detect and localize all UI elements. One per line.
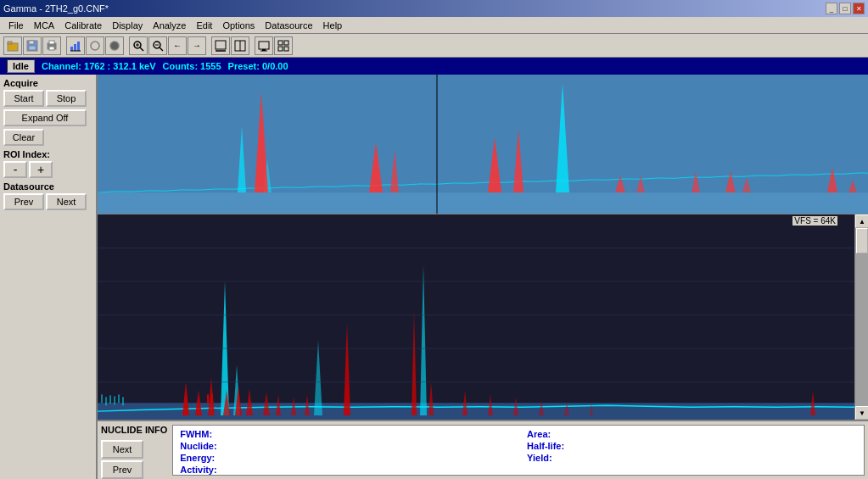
nuclide-info-label: NUCLIDE INFO xyxy=(101,425,167,435)
fwhm-label: FWHM: xyxy=(180,429,227,439)
activity-label: Activity: xyxy=(180,465,227,475)
datasource-label: Datasource xyxy=(3,181,92,192)
svg-rect-10 xyxy=(77,42,80,51)
area-label: Area: xyxy=(527,429,574,439)
toolbar-zoom-in[interactable] xyxy=(129,36,148,55)
svg-rect-21 xyxy=(216,41,226,49)
chart-area: VFS = 64K xyxy=(98,75,868,479)
nuclide-activity: Activity: xyxy=(180,465,510,475)
menu-bar: File MCA Calibrate Display Analyze Edit … xyxy=(0,17,868,34)
acquire-label: Acquire xyxy=(3,78,92,88)
svg-rect-29 xyxy=(284,41,288,45)
svg-point-12 xyxy=(91,42,99,50)
menu-calibrate[interactable]: Calibrate xyxy=(59,19,107,31)
svg-point-13 xyxy=(110,42,119,50)
nuclide-next-button[interactable]: Next xyxy=(101,440,143,459)
toolbar-circle2[interactable] xyxy=(105,36,124,55)
svg-rect-25 xyxy=(259,42,269,49)
svg-rect-9 xyxy=(74,44,76,51)
menu-analyze[interactable]: Analyze xyxy=(148,19,191,31)
nuclide-label: Nuclide: xyxy=(180,441,227,451)
menu-edit[interactable]: Edit xyxy=(191,19,217,31)
minimize-button[interactable]: _ xyxy=(826,3,837,14)
detail-chart[interactable]: VFS = 64K xyxy=(98,214,854,420)
halflife-label: Half-life: xyxy=(527,441,574,451)
maximize-button[interactable]: □ xyxy=(839,3,851,14)
status-channel: Channel: 1762 : 312.1 keV xyxy=(42,61,156,71)
svg-line-15 xyxy=(140,47,143,51)
nuclide-fwhm: FWHM: xyxy=(180,429,510,439)
stop-button[interactable]: Stop xyxy=(46,90,87,107)
scrollbar-track[interactable] xyxy=(855,228,868,406)
toolbar: ← → xyxy=(0,34,868,58)
chart-scrollbar: ▲ ▼ xyxy=(854,214,868,420)
expand-button[interactable]: Expand Off xyxy=(3,109,87,126)
svg-rect-6 xyxy=(49,41,54,44)
menu-display[interactable]: Display xyxy=(107,19,148,31)
nuclide-halflife: Half-life: xyxy=(527,441,857,451)
start-button[interactable]: Start xyxy=(3,90,44,107)
toolbar-display2[interactable] xyxy=(231,36,249,55)
nuclide-prev-button[interactable]: Prev xyxy=(101,460,143,479)
toolbar-zoom-out[interactable] xyxy=(148,36,167,55)
left-panel: Acquire Start Stop Expand Off Clear ROI … xyxy=(0,75,98,479)
toolbar-grid[interactable] xyxy=(274,36,293,55)
nuclide-yield: Yield: xyxy=(527,453,857,463)
overview-svg xyxy=(98,75,868,214)
prev-button[interactable]: Prev xyxy=(3,193,44,210)
menu-file[interactable]: File xyxy=(3,19,29,31)
toolbar-circle1[interactable] xyxy=(86,36,104,55)
menu-help[interactable]: Help xyxy=(318,19,348,31)
svg-rect-7 xyxy=(49,47,54,50)
status-bar: Idle Channel: 1762 : 312.1 keV Counts: 1… xyxy=(0,58,868,75)
close-button[interactable]: ✕ xyxy=(853,3,865,14)
svg-rect-28 xyxy=(278,41,283,45)
detail-chart-wrapper: VFS = 64K xyxy=(98,214,868,420)
toolbar-open[interactable] xyxy=(3,36,22,55)
scrollbar-down[interactable]: ▼ xyxy=(855,406,868,420)
status-counts: Counts: 1555 xyxy=(163,61,221,71)
roi-minus-button[interactable]: - xyxy=(3,161,27,178)
window-title: Gamma - 2TH2_g0.CNF* xyxy=(3,3,109,14)
menu-options[interactable]: Options xyxy=(217,19,260,31)
svg-rect-4 xyxy=(29,46,36,50)
title-bar-buttons: _ □ ✕ xyxy=(826,3,865,14)
main-content: Acquire Start Stop Expand Off Clear ROI … xyxy=(0,75,868,479)
svg-rect-3 xyxy=(29,41,34,44)
roi-index-label: ROI Index: xyxy=(3,149,92,159)
toolbar-screen[interactable] xyxy=(255,36,273,55)
energy-label: Energy: xyxy=(180,453,227,463)
nuclide-energy: Energy: xyxy=(180,453,510,463)
nuclide-nuclide: Nuclide: xyxy=(180,441,510,451)
detail-svg xyxy=(98,214,854,420)
next-button[interactable]: Next xyxy=(46,193,87,210)
toolbar-forward[interactable]: → xyxy=(188,36,206,55)
nuclide-info: NUCLIDE INFO Next Prev FWHM: Area: Nucli… xyxy=(98,420,868,479)
yield-label: Yield: xyxy=(527,453,574,463)
clear-button[interactable]: Clear xyxy=(3,129,44,146)
nuclide-data-box: FWHM: Area: Nuclide: Half-life: Energy: xyxy=(172,425,865,476)
menu-mca[interactable]: MCA xyxy=(29,19,59,31)
roi-plus-button[interactable]: + xyxy=(29,161,53,178)
status-preset: Preset: 0/0.00 xyxy=(228,61,288,71)
nuclide-area: Area: xyxy=(527,429,857,439)
menu-datasource[interactable]: Datasource xyxy=(260,19,317,31)
toolbar-chart[interactable] xyxy=(66,36,85,55)
scrollbar-thumb[interactable] xyxy=(856,228,868,253)
vfs-label: VFS = 64K xyxy=(792,216,837,226)
svg-rect-31 xyxy=(284,47,288,51)
svg-rect-8 xyxy=(70,47,73,51)
status-idle: Idle xyxy=(7,59,35,73)
toolbar-print[interactable] xyxy=(42,36,61,55)
svg-rect-48 xyxy=(98,192,868,214)
scrollbar-up[interactable]: ▲ xyxy=(855,214,868,228)
svg-rect-30 xyxy=(278,47,283,51)
overview-chart[interactable] xyxy=(98,75,868,214)
toolbar-save[interactable] xyxy=(23,36,42,55)
toolbar-display1[interactable] xyxy=(211,36,230,55)
title-bar: Gamma - 2TH2_g0.CNF* _ □ ✕ xyxy=(0,0,868,17)
toolbar-back[interactable]: ← xyxy=(168,36,187,55)
svg-line-19 xyxy=(160,47,163,51)
svg-rect-1 xyxy=(8,42,12,44)
